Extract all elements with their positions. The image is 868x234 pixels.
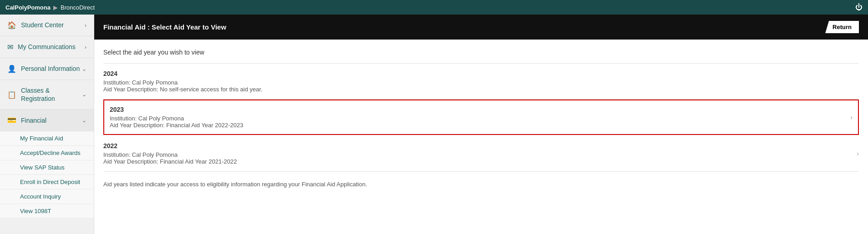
page-title: Financial Aid : Select Aid Year to View bbox=[103, 23, 226, 31]
chevron-down-icon: ⌄ bbox=[82, 91, 86, 98]
aid-year-item-2023[interactable]: 2023 Institution: Cal Poly Pomona Aid Ye… bbox=[103, 100, 859, 135]
aid-year-item-2022[interactable]: 2022 Institution: Cal Poly Pomona Aid Ye… bbox=[103, 136, 859, 172]
sidebar-subitem-account-inquiry[interactable]: Account Inquiry bbox=[0, 189, 94, 204]
chevron-right-icon: › bbox=[850, 114, 853, 121]
return-button[interactable]: Return bbox=[825, 21, 859, 33]
content-area: Financial Aid : Select Aid Year to View … bbox=[94, 15, 868, 234]
select-prompt: Select the aid year you wish to view bbox=[103, 49, 859, 56]
content-header: Financial Aid : Select Aid Year to View … bbox=[94, 15, 868, 40]
chevron-down-icon: ⌄ bbox=[82, 66, 86, 72]
aid-year-2024-num: 2024 bbox=[103, 70, 859, 77]
aid-year-2022-num: 2022 bbox=[103, 142, 852, 149]
main-layout: 🏠 Student Center › ✉ My Communications ›… bbox=[0, 15, 868, 234]
power-icon[interactable]: ⏻ bbox=[855, 3, 863, 11]
aid-year-2024-inst: Institution: Cal Poly Pomona bbox=[103, 79, 859, 86]
sidebar-item-financial[interactable]: 💳 Financial ⌄ bbox=[0, 110, 94, 131]
aid-year-2022-inst: Institution: Cal Poly Pomona bbox=[103, 151, 852, 158]
sidebar-subitem-view-1098t[interactable]: View 1098T bbox=[0, 204, 94, 219]
sidebar-subitem-accept-decline-awards[interactable]: Accept/Decline Awards bbox=[0, 146, 94, 160]
aid-year-2023-inst: Institution: Cal Poly Pomona bbox=[110, 115, 846, 122]
sidebar-subitem-view-sap-status[interactable]: View SAP Status bbox=[0, 160, 94, 175]
sidebar-label-personal-information: Personal Information bbox=[21, 65, 80, 73]
sidebar-item-personal-information[interactable]: 👤 Personal Information ⌄ bbox=[0, 58, 94, 80]
chevron-right-icon: › bbox=[85, 22, 86, 29]
sidebar-label-financial: Financial bbox=[21, 116, 46, 124]
sidebar-label-classes-registration: Classes & Registration bbox=[21, 86, 82, 103]
aid-note: Aid years listed indicate your access to… bbox=[103, 181, 859, 188]
sidebar-subitem-my-financial-aid[interactable]: My Financial Aid bbox=[0, 131, 94, 146]
brand-arrow: ▶ bbox=[53, 4, 58, 11]
aid-year-2022-desc: Aid Year Description: Financial Aid Year… bbox=[103, 158, 852, 165]
chevron-down-icon: ⌄ bbox=[82, 117, 86, 124]
chevron-right-icon: › bbox=[85, 44, 86, 50]
aid-year-2024-desc: Aid Year Description: No self-service ac… bbox=[103, 86, 859, 93]
sidebar: 🏠 Student Center › ✉ My Communications ›… bbox=[0, 15, 94, 234]
sidebar-subitem-enroll-direct-deposit[interactable]: Enroll in Direct Deposit bbox=[0, 175, 94, 189]
sidebar-item-my-communications[interactable]: ✉ My Communications › bbox=[0, 36, 94, 58]
home-icon: 🏠 bbox=[7, 21, 16, 30]
brand-cal: CalPoly bbox=[5, 4, 27, 11]
brand: CalPoly Pomona ▶ BroncoDirect bbox=[5, 4, 95, 11]
sidebar-label-student-center: Student Center bbox=[21, 21, 64, 29]
sidebar-item-classes-registration[interactable]: 📋 Classes & Registration ⌄ bbox=[0, 80, 94, 110]
content-body: Select the aid year you wish to view 202… bbox=[94, 40, 868, 234]
top-bar: CalPoly Pomona ▶ BroncoDirect ⏻ bbox=[0, 0, 868, 15]
brand-pomona: Pomona bbox=[27, 4, 51, 11]
mail-icon: ✉ bbox=[7, 43, 13, 51]
aid-year-2023-num: 2023 bbox=[110, 106, 846, 113]
aid-year-2023-desc: Aid Year Description: Financial Aid Year… bbox=[110, 122, 846, 129]
person-icon: 👤 bbox=[7, 65, 16, 73]
brand-bronco: BroncoDirect bbox=[61, 4, 95, 11]
sidebar-label-my-communications: My Communications bbox=[18, 43, 76, 51]
financial-sub-menu: My Financial Aid Accept/Decline Awards V… bbox=[0, 131, 94, 219]
sidebar-item-student-center[interactable]: 🏠 Student Center › bbox=[0, 15, 94, 36]
aid-year-item-2024[interactable]: 2024 Institution: Cal Poly Pomona Aid Ye… bbox=[103, 63, 859, 100]
chevron-right-icon: › bbox=[857, 150, 859, 157]
classes-icon: 📋 bbox=[7, 90, 16, 99]
financial-icon: 💳 bbox=[7, 116, 16, 124]
